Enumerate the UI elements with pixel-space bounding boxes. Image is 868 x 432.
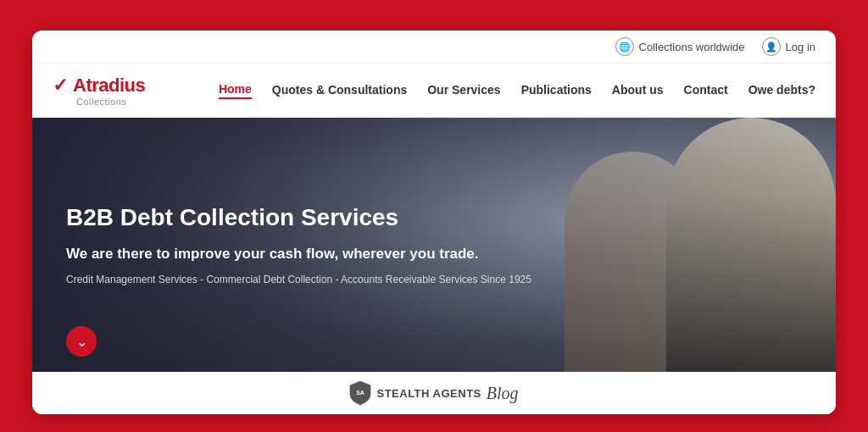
login-label: Log in [786,41,815,53]
nav-links: Home Quotes & Consultations Our Services… [219,82,815,99]
watermark-brand: STEALTH AGENTS [376,387,481,400]
watermark-script: Blog [487,384,519,403]
hero-title: B2B Debt Collection Services [66,203,531,232]
collections-worldwide-label: Collections worldwide [639,41,745,53]
hero-description: Credit Management Services - Commercial … [66,274,531,286]
logo-area[interactable]: ✓ Atradius Collections [53,75,145,107]
nav-contact[interactable]: Contact [684,83,728,98]
nav-quotes[interactable]: Quotes & Consultations [272,83,407,98]
hero-section: B2B Debt Collection Services We are ther… [32,118,836,372]
svg-text:SA: SA [357,390,365,396]
top-bar: 🌐 Collections worldwide 👤 Log in [32,30,836,64]
nav-owe[interactable]: Owe debts? [748,83,815,98]
nav-home[interactable]: Home [219,82,252,99]
logo-text: ✓ Atradius [53,75,145,97]
page-wrapper: 🌐 Collections worldwide 👤 Log in ✓ Atrad… [19,17,849,428]
nav-publications[interactable]: Publications [521,83,592,98]
login-link[interactable]: 👤 Log in [762,37,815,56]
watermark-bar: SA STEALTH AGENTS Blog [32,372,836,414]
stealth-agents-shield-icon: SA [349,380,371,406]
scroll-down-button[interactable]: ⌄ [66,326,97,357]
logo-subtitle: Collections [76,97,126,107]
collections-worldwide-link[interactable]: 🌐 Collections worldwide [615,37,745,56]
logo-name: Atradius [73,75,145,97]
hero-content: B2B Debt Collection Services We are ther… [66,203,531,285]
user-icon: 👤 [762,37,781,56]
navbar: ✓ Atradius Collections Home Quotes & Con… [32,64,836,118]
globe-icon: 🌐 [615,37,634,56]
browser-card: 🌐 Collections worldwide 👤 Log in ✓ Atrad… [32,30,836,414]
nav-services[interactable]: Our Services [427,83,500,98]
nav-about[interactable]: About us [612,83,664,98]
hero-subtitle: We are there to improve your cash flow, … [66,244,531,264]
logo-checkmark-icon: ✓ [53,75,68,97]
